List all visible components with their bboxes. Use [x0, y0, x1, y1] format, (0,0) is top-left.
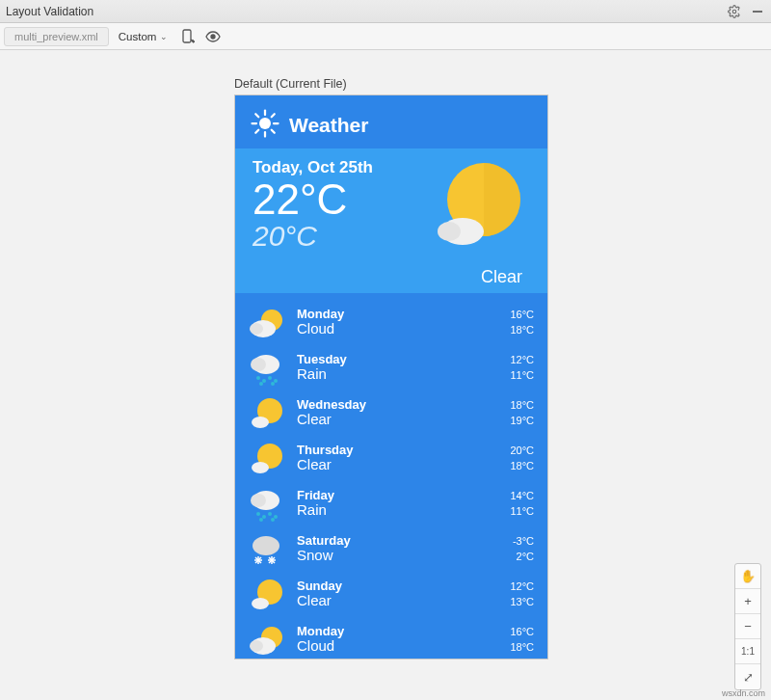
app-header: Weather	[235, 95, 547, 148]
visibility-icon[interactable]	[202, 26, 224, 47]
forecast-day: Tuesday	[297, 352, 510, 366]
svg-line-12	[272, 114, 275, 117]
forecast-condition: Clear	[297, 411, 510, 427]
svg-point-16	[438, 222, 461, 241]
svg-point-29	[252, 417, 269, 428]
forecast-condition: Rain	[297, 501, 510, 518]
forecast-condition: Cloud	[297, 320, 510, 337]
snow-icon	[249, 529, 287, 568]
zoom-in-button[interactable]: +	[735, 589, 760, 614]
forecast-temps: 16°C18°C	[510, 626, 534, 653]
svg-point-4	[211, 35, 215, 39]
svg-point-40	[253, 536, 279, 555]
forecast-row[interactable]: TuesdayRain12°C11°C	[249, 344, 534, 390]
forecast-row[interactable]: FridayRain14°C11°C	[249, 480, 534, 525]
forecast-high: 16°C	[510, 309, 534, 320]
forecast-text: WednesdayClear	[287, 397, 510, 427]
toolbar: multi_preview.xml Custom ⌄	[0, 23, 771, 50]
svg-rect-1	[753, 11, 762, 13]
forecast-row[interactable]: MondayCloud16°C18°C	[249, 299, 534, 344]
svg-rect-2	[183, 30, 191, 42]
svg-point-35	[262, 515, 266, 519]
panel-title: Layout Validation	[6, 5, 719, 18]
svg-point-37	[274, 515, 278, 519]
svg-point-33	[251, 494, 266, 507]
clear-icon	[249, 439, 287, 477]
svg-point-36	[268, 512, 272, 516]
today-hero: Today, Oct 25th 22°C 20°C Clear	[235, 148, 547, 293]
svg-point-25	[274, 379, 278, 383]
preview-config-dropdown[interactable]: Custom ⌄	[113, 27, 174, 46]
pan-button[interactable]: ✋	[735, 564, 760, 589]
svg-point-24	[268, 376, 272, 380]
forecast-low: 19°C	[510, 415, 534, 426]
forecast-low: 18°C	[510, 324, 534, 336]
svg-point-21	[251, 358, 266, 371]
forecast-temps: 12°C13°C	[510, 580, 534, 607]
gear-icon[interactable]	[727, 4, 742, 19]
forecast-day: Sunday	[297, 579, 510, 593]
svg-point-5	[259, 118, 271, 129]
forecast-low: 18°C	[510, 460, 534, 471]
forecast-row[interactable]: ThursdayClear20°C18°C	[249, 435, 534, 480]
minimize-icon[interactable]	[750, 4, 765, 19]
zoom-fit-button[interactable]: ⤢	[735, 664, 760, 689]
preview-label: Default (Current File)	[234, 77, 347, 91]
forecast-day: Monday	[297, 307, 510, 321]
forecast-text: SaturdaySnow	[287, 533, 513, 563]
clear-icon	[249, 575, 287, 613]
forecast-low: 11°C	[510, 505, 534, 517]
forecast-high: -3°C	[513, 535, 534, 547]
cloud-icon	[249, 303, 287, 341]
forecast-condition: Clear	[297, 592, 510, 608]
watermark: wsxdn.com	[722, 688, 765, 698]
forecast-temps: 16°C18°C	[510, 309, 534, 336]
forecast-low: 18°C	[510, 641, 534, 653]
preview-canvas[interactable]: Default (Current File) Weather Today, Oc…	[0, 50, 771, 700]
device-preview: Weather Today, Oct 25th 22°C 20°C Clear …	[234, 94, 548, 660]
panel-header: Layout Validation	[0, 0, 771, 23]
clear-icon	[249, 393, 287, 432]
svg-point-50	[252, 598, 269, 609]
today-condition: Clear	[481, 267, 522, 287]
svg-point-27	[271, 382, 275, 386]
forecast-high: 18°C	[510, 399, 534, 411]
zoom-actual-button[interactable]: 1:1	[735, 639, 760, 664]
app-title: Weather	[289, 114, 368, 137]
forecast-high: 14°C	[510, 490, 534, 501]
forecast-row[interactable]: WednesdayClear18°C19°C	[249, 390, 534, 435]
forecast-condition: Rain	[297, 365, 510, 382]
forecast-row[interactable]: MondayCloud16°C18°C	[249, 616, 534, 661]
svg-point-19	[250, 323, 263, 335]
forecast-text: SundayClear	[287, 579, 510, 608]
svg-point-26	[259, 382, 263, 386]
forecast-day: Monday	[297, 624, 510, 638]
forecast-day: Wednesday	[297, 397, 510, 412]
svg-point-34	[256, 512, 260, 516]
svg-line-11	[272, 130, 275, 133]
zoom-panel: ✋ + − 1:1 ⤢	[734, 563, 761, 690]
forecast-temps: -3°C2°C	[513, 535, 534, 562]
forecast-day: Saturday	[297, 533, 513, 548]
forecast-condition: Clear	[297, 456, 510, 472]
zoom-out-button[interactable]: −	[735, 614, 760, 639]
forecast-day: Friday	[297, 488, 510, 502]
svg-line-10	[255, 114, 258, 117]
forecast-temps: 18°C19°C	[510, 399, 534, 426]
forecast-condition: Cloud	[297, 637, 510, 654]
forecast-high: 16°C	[510, 626, 534, 637]
svg-line-13	[255, 130, 258, 133]
svg-point-22	[256, 376, 260, 380]
forecast-low: 2°C	[513, 551, 534, 562]
forecast-temps: 12°C11°C	[510, 354, 534, 381]
forecast-row[interactable]: SaturdaySnow-3°C2°C	[249, 525, 534, 571]
forecast-list: MondayCloud16°C18°CTuesdayRain12°C11°CWe…	[235, 293, 547, 665]
forecast-row[interactable]: SundayClear12°C13°C	[249, 571, 534, 616]
file-name-label: multi_preview.xml	[14, 31, 98, 42]
device-icon[interactable]	[177, 26, 199, 47]
svg-point-39	[271, 518, 275, 522]
file-name-chip[interactable]: multi_preview.xml	[4, 27, 109, 46]
forecast-text: MondayCloud	[287, 624, 510, 654]
forecast-text: ThursdayClear	[287, 443, 510, 472]
forecast-day: Thursday	[297, 443, 510, 457]
